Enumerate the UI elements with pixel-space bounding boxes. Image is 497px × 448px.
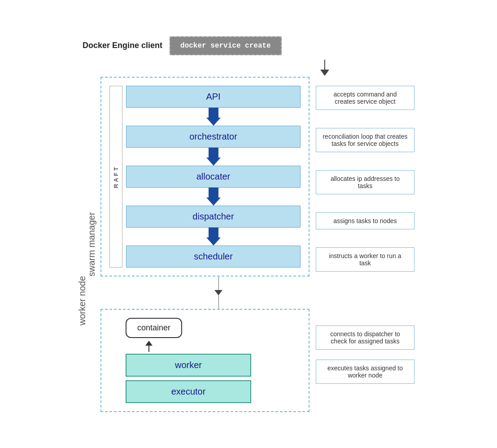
top-arrow-line xyxy=(324,60,325,70)
worker-dashed-box: container worker executor xyxy=(100,309,310,412)
scheduler-box: scheduler xyxy=(126,246,301,268)
scheduler-desc: instructs a worker to run a task xyxy=(316,247,414,272)
worker-desc: connects to dispatcher to check for assi… xyxy=(316,325,414,350)
worker-node-label: worker node xyxy=(74,256,91,346)
docker-command-box: docker service create xyxy=(170,36,282,55)
orchestrator-box: orchestrator xyxy=(126,126,301,148)
right-panel: accepts command and creates service obje… xyxy=(316,77,414,384)
arrow-dispatcher-scheduler xyxy=(126,228,301,246)
components-stack: API orchestrator xyxy=(126,86,301,268)
swarm-manager-label: swarm manager xyxy=(83,77,100,412)
arrow-api-orchestrator xyxy=(126,108,301,126)
arrow-allocater-dispatcher xyxy=(126,188,301,206)
worker-component-box: worker xyxy=(126,354,251,377)
manager-inner: RAFT API xyxy=(109,86,301,268)
orchestrator-desc: reconciliation loop that creates tasks f… xyxy=(316,128,414,152)
container-box: container xyxy=(126,318,182,338)
docker-client-label: Docker Engine client xyxy=(83,41,162,50)
api-box: API xyxy=(126,86,301,108)
api-desc: accepts command and creates service obje… xyxy=(316,86,414,110)
allocater-desc: allocates ip addresses to tasks xyxy=(316,170,414,194)
sections-row: swarm manager RAFT API xyxy=(83,77,414,412)
dispatcher-desc: assigns tasks to nodes xyxy=(316,212,414,229)
up-arrow-to-worker xyxy=(214,290,222,295)
connector-line-1 xyxy=(218,277,219,290)
docker-client-section: Docker Engine client docker service crea… xyxy=(83,36,414,55)
arrow-head-up xyxy=(145,341,153,346)
arrow-line-up xyxy=(148,346,149,352)
top-arrow-head xyxy=(320,70,329,76)
allocater-box: allocater xyxy=(126,166,301,188)
connector-line-2 xyxy=(218,295,219,309)
arrow-orchestrator-allocater xyxy=(126,148,301,166)
raft-label: RAFT xyxy=(109,86,122,268)
center-column: RAFT API xyxy=(100,77,310,412)
executor-desc: executes tasks assigned to worker node xyxy=(316,360,414,384)
container-worker-arrow xyxy=(145,341,153,352)
top-arrow-connector xyxy=(235,60,414,76)
manager-dashed-box: RAFT API xyxy=(100,77,310,277)
diagram-wrapper: Docker Engine client docker service crea… xyxy=(74,27,423,421)
manager-worker-connector xyxy=(127,277,310,309)
dispatcher-box: dispatcher xyxy=(126,206,301,228)
worker-inner: container worker executor xyxy=(109,318,301,403)
executor-component-box: executor xyxy=(126,380,251,403)
